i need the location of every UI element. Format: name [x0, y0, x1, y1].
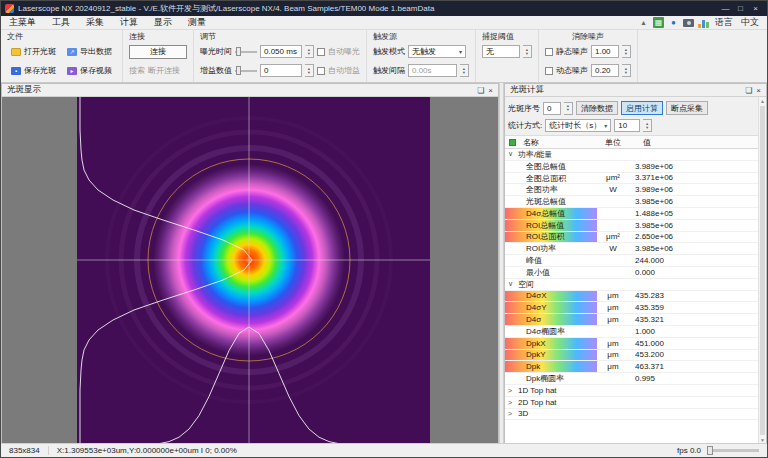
enable-calculation-button[interactable]: 启用计算 [621, 101, 663, 115]
table-row[interactable]: 峰值 244.000 [505, 255, 758, 267]
table-row[interactable]: Dpk μm 463.371 [505, 361, 758, 373]
clear-data-button[interactable]: 清除数据 [576, 101, 618, 115]
chart-icon[interactable] [698, 17, 709, 28]
row-chevron-icon[interactable]: > [508, 387, 516, 394]
trigger-mode-select[interactable]: 无触发 ▾ [408, 45, 466, 58]
pin-icon[interactable] [668, 17, 679, 28]
language-select[interactable]: 中文 [739, 16, 761, 29]
table-row[interactable]: 全图功率 W 3.989e+06 [505, 184, 758, 196]
table-row[interactable]: DpkX μm 451.000 [505, 338, 758, 350]
table-row[interactable]: DpkY μm 453.200 [505, 350, 758, 362]
spot-index-field[interactable]: 0 [543, 102, 561, 115]
table-row[interactable]: D4σX μm 435.283 [505, 291, 758, 303]
scroll-up-icon[interactable]: ▲ [759, 98, 766, 104]
close-button[interactable]: × [748, 4, 763, 13]
close-panel-icon[interactable]: × [488, 86, 493, 95]
trigger-interval-label: 触发间隔 [373, 65, 405, 76]
table-row[interactable]: D4σ μm 435.321 [505, 314, 758, 326]
spot-index-spinner[interactable] [564, 102, 573, 115]
dynamic-noise-spinner[interactable] [622, 64, 631, 77]
vertical-scrollbar[interactable]: ▲ ▼ [758, 97, 766, 444]
table-row[interactable]: D4σY μm 435.359 [505, 302, 758, 314]
dynamic-noise-checkbox[interactable] [545, 67, 553, 75]
row-name-cell: D4σ [505, 314, 597, 325]
stat-duration-field[interactable]: 10 [614, 119, 640, 132]
float-panel-icon[interactable]: ❏ [745, 86, 752, 95]
table-row[interactable]: Dpk椭圆率 0.995 [505, 373, 758, 385]
table-row[interactable]: > 3D [505, 409, 758, 421]
auto-exposure-checkbox[interactable] [317, 48, 325, 56]
threshold-spinner[interactable] [523, 45, 532, 58]
row-name-cell: ROI总面积 [505, 232, 597, 243]
table-row[interactable]: > 1D Top hat [505, 385, 758, 397]
table-row[interactable]: D4σ总幅值 1.488e+05 [505, 208, 758, 220]
static-noise-spinner[interactable] [622, 45, 631, 58]
table-row[interactable]: ∨ 空间 [505, 279, 758, 291]
column-unit[interactable]: 单位 [597, 137, 629, 148]
row-name-text: Dpk [526, 362, 540, 371]
table-row[interactable]: 最小值 0.000 [505, 267, 758, 279]
gain-spinner[interactable] [305, 64, 314, 77]
stat-mode-select[interactable]: 统计时长（s） ▾ [545, 119, 611, 132]
exposure-spinner[interactable] [305, 45, 314, 58]
row-chevron-icon[interactable]: ∨ [508, 280, 516, 288]
row-unit-cell: W [597, 185, 629, 194]
minimize-button[interactable]: — [718, 4, 733, 13]
exposure-slider[interactable] [235, 51, 257, 53]
display-scale-slider[interactable] [707, 449, 759, 452]
stat-duration-spinner[interactable] [643, 119, 652, 132]
breakpoint-acquire-button[interactable]: 断点采集 [666, 101, 708, 115]
menu-main[interactable]: 主菜单 [1, 16, 44, 29]
save-spot-button[interactable]: 保存光斑 [7, 63, 60, 78]
row-name-cell: DpkY [505, 350, 597, 361]
table-row[interactable]: ∨ 功率/能量 [505, 149, 758, 161]
trigger-interval-field[interactable]: 0.00s [408, 64, 457, 77]
auto-gain-checkbox[interactable] [317, 67, 325, 75]
column-name[interactable]: 名称 [505, 137, 597, 148]
collapse-toolbar-icon[interactable] [638, 17, 649, 28]
layout-grid-icon[interactable] [653, 17, 664, 28]
scrollbar-thumb[interactable] [760, 106, 765, 435]
maximize-button[interactable]: □ [733, 4, 748, 13]
threshold-select[interactable]: 无 [482, 45, 520, 58]
table-row[interactable]: 全图总面积 μm² 3.371e+06 [505, 173, 758, 185]
disconnect-button[interactable]: 断开连接 [148, 65, 180, 76]
table-row[interactable]: ROI总面积 μm² 2.650e+06 [505, 232, 758, 244]
table-row[interactable]: > 2D Top hat [505, 397, 758, 409]
close-panel-icon[interactable]: × [756, 86, 761, 95]
row-unit-cell: μm [597, 303, 629, 312]
save-video-button[interactable]: 保存视频 [63, 63, 116, 78]
trigger-interval-spinner[interactable] [460, 64, 469, 77]
table-row[interactable]: 全图总幅值 3.989e+06 [505, 161, 758, 173]
search-device-button[interactable]: 搜索 [129, 65, 145, 76]
exposure-value-field[interactable]: 0.050 ms [260, 45, 302, 58]
row-chevron-icon[interactable]: > [508, 399, 516, 406]
beam-image[interactable] [77, 97, 430, 444]
table-row[interactable]: ROI功率 W 3.985e+06 [505, 243, 758, 255]
static-noise-field[interactable]: 1.00 [591, 45, 619, 58]
open-spot-button[interactable]: 打开光斑 [7, 44, 60, 59]
table-row[interactable]: ROI总幅值 3.985e+06 [505, 220, 758, 232]
row-value-cell: 244.000 [629, 256, 758, 265]
camera-icon[interactable] [683, 19, 694, 27]
connect-button[interactable]: 连接 [129, 45, 187, 59]
row-chevron-icon[interactable]: > [508, 410, 516, 417]
export-data-button[interactable]: 导出数据 [63, 44, 116, 59]
menu-tools[interactable]: 工具 [44, 16, 78, 29]
gain-slider[interactable] [235, 70, 257, 72]
table-row[interactable]: D4σ椭圆率 1.000 [505, 326, 758, 338]
gain-value-field[interactable]: 0 [260, 64, 302, 77]
row-chevron-icon[interactable]: ∨ [508, 150, 516, 158]
float-panel-icon[interactable]: ❏ [477, 86, 484, 95]
table-row[interactable]: 光斑总幅值 3.985e+06 [505, 196, 758, 208]
row-unit-cell: μm² [597, 173, 629, 182]
menu-measure[interactable]: 测量 [180, 16, 214, 29]
menu-display[interactable]: 显示 [146, 16, 180, 29]
dynamic-noise-field[interactable]: 0.20 [591, 64, 619, 77]
column-value[interactable]: 值 [629, 137, 758, 148]
row-name-text: 最小值 [526, 267, 550, 278]
menu-acquire[interactable]: 采集 [78, 16, 112, 29]
beam-display-area[interactable] [2, 97, 498, 444]
static-noise-checkbox[interactable] [545, 48, 553, 56]
menu-calculate[interactable]: 计算 [112, 16, 146, 29]
